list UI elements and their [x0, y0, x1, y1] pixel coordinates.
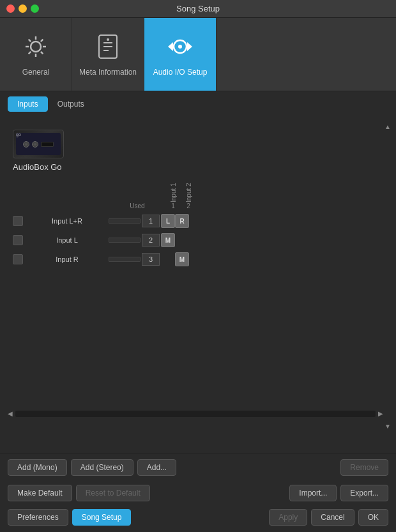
apply-button[interactable]: Apply [269, 509, 307, 526]
channel-btn-M-2[interactable]: M [175, 252, 189, 266]
svg-point-13 [107, 38, 109, 41]
device-image-inner: go [16, 133, 61, 155]
h-scrollbar-track[interactable] [15, 411, 376, 417]
col-1-num: 1 [166, 202, 180, 209]
h-scroll-area: ◀ ▶ [8, 410, 383, 417]
row-checkbox-1[interactable] [13, 216, 23, 226]
row-label-3: Input R [26, 255, 109, 263]
channel-btn-L[interactable]: L [161, 214, 175, 228]
col-input1-header: Input 1 [170, 178, 177, 202]
device-knob-1 [23, 141, 29, 148]
device-brand: go [16, 132, 21, 137]
scroll-right-arrow[interactable]: ▶ [378, 410, 383, 417]
final-buttons-row: Preferences Song Setup Apply Cancel OK [0, 505, 396, 532]
device-knob-2 [32, 141, 38, 148]
table-row: Input R 3 M [13, 250, 383, 268]
maximize-button[interactable] [31, 4, 39, 13]
device-name: AudioBox Go [13, 162, 62, 172]
info-icon [96, 33, 119, 63]
row-level-1 [109, 218, 141, 224]
row-checkbox-3[interactable] [13, 254, 23, 264]
tab-meta-label: Meta Information [79, 68, 137, 77]
channel-btn-R[interactable]: R [175, 214, 189, 228]
add-buttons-row: Add (Mono) Add (Stereo) Add... Remove [0, 453, 396, 481]
remove-button[interactable]: Remove [340, 459, 388, 476]
input-table: Used Input 1 1 Input 2 2 Input L+R 1 L R [0, 178, 396, 268]
window-title: Song Setup [176, 4, 220, 13]
device-display [41, 142, 54, 147]
row-checkbox-2[interactable] [13, 235, 23, 245]
row-num-3: 3 [142, 253, 160, 266]
table-row: Input L+R 1 L R [13, 212, 383, 230]
sub-tab-inputs[interactable]: Inputs [8, 96, 48, 112]
export-button[interactable]: Export... [340, 485, 388, 501]
gear-icon [22, 33, 50, 63]
svg-line-8 [29, 51, 31, 54]
tab-audio[interactable]: Audio I/O Setup [144, 18, 217, 91]
device-section: go AudioBox Go [0, 123, 396, 178]
tab-general[interactable]: General [0, 18, 72, 91]
title-bar: Song Setup [0, 0, 396, 18]
tab-audio-label: Audio I/O Setup [153, 68, 208, 77]
col-2-num: 2 [181, 202, 195, 209]
reset-default-button[interactable]: Reset to Default [76, 485, 150, 501]
add-button[interactable]: Add... [137, 459, 176, 476]
svg-line-6 [41, 51, 43, 54]
row-level-3 [109, 257, 141, 262]
song-setup-button[interactable]: Song Setup [72, 509, 132, 526]
preferences-button[interactable]: Preferences [8, 509, 68, 526]
channel-btn-placeholder-2 [161, 252, 175, 266]
col-used-header: Used [128, 202, 147, 209]
add-mono-button[interactable]: Add (Mono) [8, 459, 67, 476]
row-label-1: Input L+R [26, 217, 109, 225]
bottom-area: Add (Mono) Add (Stereo) Add... Remove Ma… [0, 453, 396, 532]
scroll-up-arrow[interactable]: ▲ [385, 123, 391, 130]
svg-point-0 [31, 42, 41, 52]
tab-meta[interactable]: Meta Information [72, 18, 144, 91]
make-default-button[interactable]: Make Default [8, 485, 72, 501]
row-num-1: 1 [142, 215, 160, 227]
table-row: Input L 2 M [13, 231, 383, 249]
row-label-2: Input L [26, 236, 109, 244]
scroll-left-arrow[interactable]: ◀ [8, 410, 13, 417]
svg-line-5 [29, 39, 31, 41]
close-button[interactable] [6, 4, 15, 13]
channel-btn-M-1[interactable]: M [161, 233, 175, 247]
sub-tab-bar: Inputs Outputs [0, 91, 396, 117]
cancel-button[interactable]: Cancel [311, 509, 354, 526]
svg-line-7 [41, 39, 43, 41]
svg-point-15 [178, 45, 182, 49]
window-controls [6, 4, 39, 13]
channel-btn-placeholder-1 [175, 233, 189, 247]
scroll-down-arrow[interactable]: ▼ [385, 423, 391, 430]
add-stereo-button[interactable]: Add (Stereo) [71, 459, 133, 476]
import-button[interactable]: Import... [289, 485, 337, 501]
ok-button[interactable]: OK [358, 509, 388, 526]
device-image: go [13, 130, 64, 158]
row-num-2: 2 [142, 234, 160, 247]
row-level-2 [109, 238, 141, 243]
audio-io-icon [163, 33, 197, 63]
default-buttons-row: Make Default Reset to Default Import... … [0, 481, 396, 505]
main-content: go AudioBox Go Used Input 1 1 Input 2 [0, 117, 396, 436]
minimize-button[interactable] [19, 4, 27, 13]
sub-tab-outputs[interactable]: Outputs [48, 96, 94, 112]
col-input2-header: Input 2 [185, 178, 192, 202]
tab-general-label: General [22, 68, 50, 77]
tab-bar: General Meta Information [0, 18, 396, 91]
